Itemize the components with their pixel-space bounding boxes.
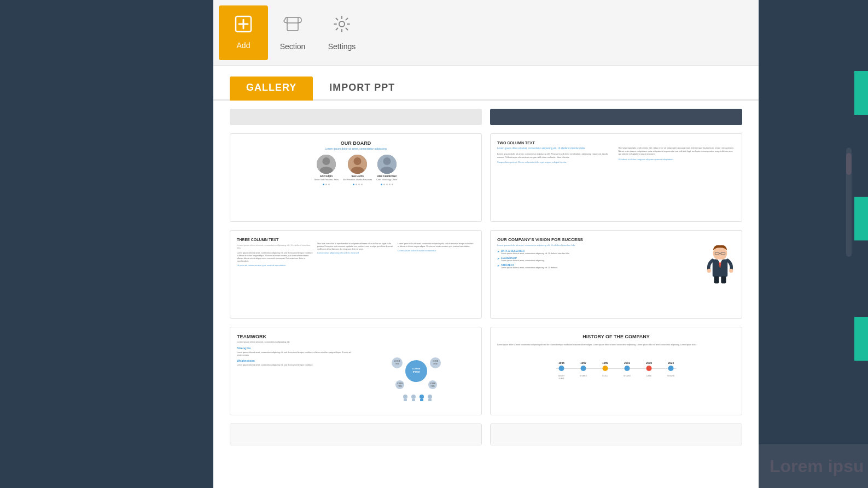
bottom-text-area: Lorem ipsu bbox=[759, 444, 868, 488]
vision-arrow-2: ➤ bbox=[497, 257, 499, 260]
svg-point-56 bbox=[603, 366, 608, 371]
svg-point-21 bbox=[729, 269, 733, 273]
svg-text:2024: 2024 bbox=[668, 361, 674, 364]
member-2-dots bbox=[353, 184, 363, 185]
svg-text:LOREM: LOREM bbox=[394, 360, 400, 362]
accent-bar-top bbox=[854, 71, 868, 115]
settings-label: Settings bbox=[328, 42, 356, 51]
svg-rect-41 bbox=[404, 399, 407, 401]
three-col-1-body: Lorem ipsum dolor sit amet, consectetur … bbox=[237, 252, 314, 263]
section-label: Section bbox=[280, 42, 306, 51]
svg-text:2015: 2015 bbox=[646, 361, 652, 364]
three-col-layout: THREE COLUMN TEXT Lorem ipsum dolor sit … bbox=[237, 237, 475, 267]
section-button[interactable]: Section bbox=[268, 5, 317, 60]
slide-two-column-content: TWO COLUMN TEXT Lorem ipsum dolor sit am… bbox=[491, 134, 742, 221]
vision-text-3: STRATEGY Lorem ipsum dolor sit amet, con… bbox=[501, 264, 558, 269]
member-3-name: Alex Carmichael bbox=[377, 175, 397, 178]
teamwork-right: LOREM IPSUM LOREM ITEM LOREM bbox=[358, 346, 475, 401]
svg-text:LOREM: LOREM bbox=[430, 383, 436, 385]
add-button[interactable]: Add bbox=[219, 5, 268, 60]
slide-our-board-content: OUR BOARD Lorem ipsum dolor sit amet, co… bbox=[230, 134, 481, 221]
blank-card-right bbox=[490, 109, 742, 125]
slide-card-our-board[interactable]: OUR BOARD Lorem ipsum dolor sit amet, co… bbox=[230, 133, 482, 222]
teamwork-layout: Strengths Lorem ipsum dolor sit amet, co… bbox=[237, 346, 475, 401]
slide-card-vision[interactable]: OUR COMPANY'S VISION FOR SUCCESS Lorem i… bbox=[490, 230, 742, 319]
svg-point-62 bbox=[646, 366, 652, 371]
svg-text:1989: 1989 bbox=[602, 361, 608, 364]
board-title: OUR BOARD bbox=[237, 140, 475, 146]
svg-rect-43 bbox=[412, 399, 415, 401]
vision-left: OUR COMPANY'S VISION FOR SUCCESS Lorem i… bbox=[497, 237, 701, 286]
right-panel: Lorem ipsu bbox=[759, 0, 868, 488]
svg-point-49 bbox=[559, 366, 564, 371]
history-title: HISTORY OF THE COMPANY bbox=[497, 334, 735, 339]
tab-import[interactable]: IMPORT PPT bbox=[313, 77, 411, 101]
slide-three-column-content: THREE COLUMN TEXT Lorem ipsum dolor sit … bbox=[230, 231, 481, 318]
svg-point-65 bbox=[668, 366, 674, 371]
slide-card-teamwork[interactable]: TEAMWORK Lorem ipsum dolor sit amet, con… bbox=[230, 327, 482, 415]
vision-arrow-1: ➤ bbox=[497, 250, 499, 253]
teamwork-title: TEAMWORK bbox=[237, 334, 475, 339]
scrollbar-track[interactable] bbox=[846, 148, 852, 257]
three-col-1: THREE COLUMN TEXT Lorem ipsum dolor sit … bbox=[237, 237, 314, 267]
member-3-role: Chief Technology Officer bbox=[376, 179, 397, 181]
svg-point-40 bbox=[403, 395, 407, 399]
slide-history-content: HISTORY OF THE COMPANY Lorem ipsum dolor… bbox=[491, 327, 742, 415]
two-col-title: TWO COLUMN TEXT bbox=[497, 140, 614, 146]
svg-rect-23 bbox=[721, 277, 726, 284]
slide-card-history[interactable]: HISTORY OF THE COMPANY Lorem ipsum dolor… bbox=[490, 327, 742, 415]
sidebar bbox=[0, 0, 213, 488]
bubble-diagram: LOREM IPSUM LOREM ITEM LOREM bbox=[389, 346, 444, 401]
svg-point-46 bbox=[428, 395, 432, 399]
gallery-scroll[interactable]: OUR BOARD Lorem ipsum dolor sit amet, co… bbox=[213, 101, 759, 488]
bottom-lorem-text: Lorem ipsu bbox=[770, 456, 864, 477]
accent-bar-mid bbox=[854, 197, 868, 240]
vision-text-1: DATA & RESEARCH Lorem ipsum dolor sit am… bbox=[501, 250, 569, 255]
slide-card-two-column[interactable]: TWO COLUMN TEXT Lorem ipsum dolor sit am… bbox=[490, 133, 742, 222]
tab-gallery[interactable]: GALLERY bbox=[230, 77, 313, 101]
three-col-3-body: Lorem ipsum dolor sit amet, consectetur … bbox=[398, 243, 475, 248]
svg-rect-47 bbox=[428, 399, 432, 401]
svg-point-20 bbox=[707, 269, 711, 273]
partial-card-1-content bbox=[230, 424, 481, 445]
svg-point-37 bbox=[428, 380, 437, 389]
svg-point-5 bbox=[323, 157, 330, 165]
tab-bar: GALLERY IMPORT PPT bbox=[213, 66, 759, 101]
gallery-grid: OUR BOARD Lorem ipsum dolor sit amet, co… bbox=[230, 133, 742, 445]
strengths-text: Lorem ipsum dolor sit amet, consectetur … bbox=[237, 351, 354, 357]
svg-text:ITEM: ITEM bbox=[398, 385, 403, 387]
settings-button[interactable]: Settings bbox=[317, 5, 366, 60]
svg-text:IPSUM: IPSUM bbox=[413, 371, 420, 373]
svg-text:BIRTH: BIRTH bbox=[558, 374, 565, 377]
two-col-right-body: Sed ut perspiciatis unde omnis iste natu… bbox=[619, 146, 736, 156]
svg-rect-45 bbox=[420, 399, 423, 401]
vision-body-3: Lorem ipsum dolor sit amet, consectetur … bbox=[501, 267, 558, 269]
member-3: Alex Carmichael Chief Technology Officer bbox=[376, 155, 397, 185]
accent-bar-bottom bbox=[854, 317, 868, 361]
timeline-svg: 1945 BIRTH SHARE 1967 SHARE 1989 GOLD bbox=[497, 352, 735, 385]
two-col-left: TWO COLUMN TEXT Lorem ipsum dolor sit am… bbox=[497, 140, 614, 164]
settings-icon bbox=[332, 14, 352, 38]
slide-card-partial-2[interactable] bbox=[490, 424, 742, 445]
partial-card-2-content bbox=[491, 424, 742, 445]
slide-card-partial-1[interactable] bbox=[230, 424, 482, 445]
svg-text:LATE: LATE bbox=[646, 374, 652, 377]
three-col-2-link: Consectetur adipiscing elit sed do eiusm… bbox=[317, 251, 394, 255]
svg-text:ITEM: ITEM bbox=[395, 363, 400, 365]
scrollbar-thumb[interactable] bbox=[846, 153, 852, 175]
svg-point-42 bbox=[411, 395, 416, 399]
vision-item-2: ➤ LEADERSHIP Lorem ipsum dolor sit amet,… bbox=[497, 257, 701, 262]
svg-text:1967: 1967 bbox=[580, 361, 586, 364]
vision-right bbox=[705, 237, 735, 286]
svg-text:SHARE: SHARE bbox=[558, 378, 564, 380]
two-col-link: Suspendisse potenti. Donec vulputate dol… bbox=[497, 161, 614, 164]
slide-teamwork-content: TEAMWORK Lorem ipsum dolor sit amet, con… bbox=[230, 327, 481, 415]
panel: GALLERY IMPORT PPT OUR BOARD Lorem ipsum… bbox=[213, 66, 759, 488]
weaknesses-title: Weaknesses bbox=[237, 359, 354, 362]
member-3-dots bbox=[381, 184, 393, 185]
slide-card-three-column[interactable]: THREE COLUMN TEXT Lorem ipsum dolor sit … bbox=[230, 230, 482, 319]
two-col-body: Lorem ipsum dolor sit amet, consectetur … bbox=[497, 152, 614, 158]
three-col-title: THREE COLUMN TEXT bbox=[237, 237, 314, 243]
svg-text:ITEM: ITEM bbox=[431, 385, 435, 387]
weaknesses-text: Lorem ipsum dolor sit amet, consectetur … bbox=[237, 364, 354, 367]
